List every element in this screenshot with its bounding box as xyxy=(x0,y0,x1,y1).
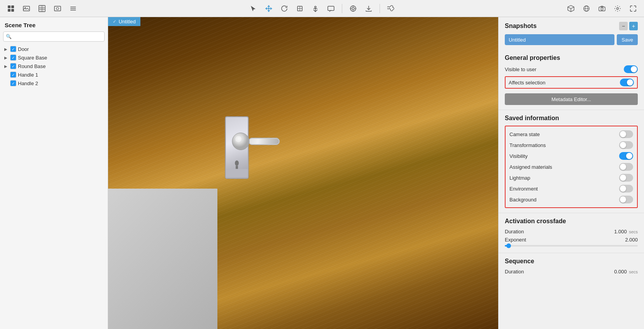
tree-label-door: Door xyxy=(18,46,29,52)
rotate-icon[interactable] xyxy=(278,2,290,15)
sphere-icon[interactable] xyxy=(580,2,593,15)
saved-information-title: Saved information xyxy=(505,115,638,122)
expand-icon[interactable] xyxy=(627,2,639,15)
grid-icon[interactable] xyxy=(36,2,48,15)
grid-4-icon[interactable] xyxy=(5,2,17,15)
tree-item-round-base[interactable]: ▶ ✓ Round Base xyxy=(0,62,108,70)
photo-icon[interactable] xyxy=(51,2,64,15)
exponent-row: Exponent 2.000 xyxy=(505,237,638,243)
download-icon[interactable] xyxy=(362,2,375,15)
svg-point-38 xyxy=(232,133,249,150)
checkbox-handle-1[interactable]: ✓ xyxy=(10,72,16,78)
separator-1 xyxy=(342,4,342,13)
duration-value: 1.000 xyxy=(614,229,627,234)
sequence-duration-value-group: 0.000 secs xyxy=(614,269,638,275)
tree-chevron-round-base: ▶ xyxy=(3,64,9,68)
assigned-materials-toggle[interactable] xyxy=(619,163,633,171)
svg-point-16 xyxy=(268,8,270,9)
snapshot-save-btn[interactable]: Save xyxy=(617,34,638,45)
duration-row: Duration 1.000 secs xyxy=(505,229,638,234)
svg-point-33 xyxy=(617,7,619,9)
cursor-icon[interactable] xyxy=(247,2,259,15)
snapshots-plus-btn[interactable]: + xyxy=(629,22,638,30)
svg-point-40 xyxy=(235,160,239,166)
affects-selection-label: Affects selection xyxy=(509,80,545,86)
transformations-label: Transformations xyxy=(509,142,546,148)
svg-point-32 xyxy=(601,8,603,10)
snapshot-row: Save xyxy=(505,34,638,45)
toolbar xyxy=(0,0,644,17)
svg-point-22 xyxy=(350,6,356,11)
background-toggle[interactable] xyxy=(619,196,633,203)
share-icon[interactable] xyxy=(385,2,397,15)
visible-to-user-knob xyxy=(631,66,637,72)
tree-item-door[interactable]: ▶ ✓ Door xyxy=(0,45,108,53)
duration-label: Duration xyxy=(505,229,524,234)
environment-label: Environment xyxy=(509,186,538,192)
svg-rect-42 xyxy=(226,169,248,177)
viewport-tab[interactable]: ✓ Untitled xyxy=(108,17,140,26)
environment-toggle[interactable] xyxy=(619,185,633,192)
exponent-label: Exponent xyxy=(505,237,526,243)
tree-item-handle-1[interactable]: ▶ ✓ Handle 1 xyxy=(0,70,108,79)
visible-to-user-toggle[interactable] xyxy=(624,65,638,73)
tree-item-handle-2[interactable]: ▶ ✓ Handle 2 xyxy=(0,79,108,88)
saved-information-box: Camera state Transformations Visibility xyxy=(505,126,638,208)
visibility-toggle[interactable] xyxy=(619,152,633,160)
checkbox-square-base[interactable]: ✓ xyxy=(10,54,16,61)
move-icon[interactable] xyxy=(262,2,275,15)
checkbox-door[interactable]: ✓ xyxy=(10,46,16,52)
wood-texture-bg xyxy=(108,17,498,329)
tab-check-icon: ✓ xyxy=(113,19,116,24)
svg-rect-6 xyxy=(39,5,45,12)
exponent-slider-thumb[interactable] xyxy=(506,243,511,248)
affects-selection-row: Affects selection xyxy=(509,79,634,86)
background-row: Background xyxy=(506,194,637,205)
svg-rect-3 xyxy=(11,9,14,12)
svg-rect-11 xyxy=(54,6,61,11)
svg-rect-0 xyxy=(8,5,10,8)
general-properties-section: General properties Visible to user Affec… xyxy=(499,50,644,110)
environment-row: Environment xyxy=(506,183,637,194)
toolbar-left xyxy=(5,2,79,15)
lightmap-toggle[interactable] xyxy=(619,174,633,182)
lightmap-label: Lightmap xyxy=(509,175,530,181)
checkbox-round-base[interactable]: ✓ xyxy=(10,63,16,69)
target-icon[interactable] xyxy=(347,2,359,15)
scene-tree-title: Scene Tree xyxy=(0,17,108,32)
svg-point-20 xyxy=(315,6,316,8)
transformations-toggle[interactable] xyxy=(619,141,633,149)
image-icon[interactable] xyxy=(20,2,33,15)
right-panel: Snapshots − + Save General properties Vi… xyxy=(498,17,644,329)
scale-icon[interactable] xyxy=(294,2,306,15)
camera-icon[interactable] xyxy=(596,2,608,15)
viewport[interactable]: ✓ Untitled xyxy=(108,17,498,329)
tree-item-square-base[interactable]: ▶ ✓ Square Base xyxy=(0,53,108,62)
visibility-label: Visibility xyxy=(509,153,528,159)
anchor-icon[interactable] xyxy=(309,2,322,15)
search-input[interactable] xyxy=(3,32,105,42)
lightmap-knob xyxy=(620,175,626,181)
assigned-materials-knob xyxy=(620,164,626,170)
svg-rect-21 xyxy=(328,6,334,10)
metadata-editor-btn[interactable]: Metadata Editor... xyxy=(505,93,638,105)
camera-state-knob xyxy=(620,131,626,137)
chat-icon[interactable] xyxy=(325,2,337,15)
svg-rect-1 xyxy=(11,5,14,8)
tree-label-square-base: Square Base xyxy=(18,55,47,61)
menu-icon[interactable] xyxy=(67,2,79,15)
camera-state-toggle[interactable] xyxy=(619,130,633,138)
svg-point-39 xyxy=(235,136,242,142)
duration-unit: secs xyxy=(629,229,638,234)
settings-icon[interactable] xyxy=(611,2,624,15)
checkbox-handle-2[interactable]: ✓ xyxy=(10,80,16,86)
exponent-slider-track[interactable] xyxy=(505,245,638,247)
separator-2 xyxy=(380,4,380,13)
wall-area xyxy=(108,189,217,329)
cube-icon[interactable] xyxy=(565,2,577,15)
search-icon: 🔍 xyxy=(6,34,12,39)
snapshot-name-input[interactable] xyxy=(505,34,614,45)
affects-selection-toggle[interactable] xyxy=(620,79,634,86)
svg-point-12 xyxy=(56,7,59,10)
snapshots-minus-btn[interactable]: − xyxy=(619,22,628,30)
